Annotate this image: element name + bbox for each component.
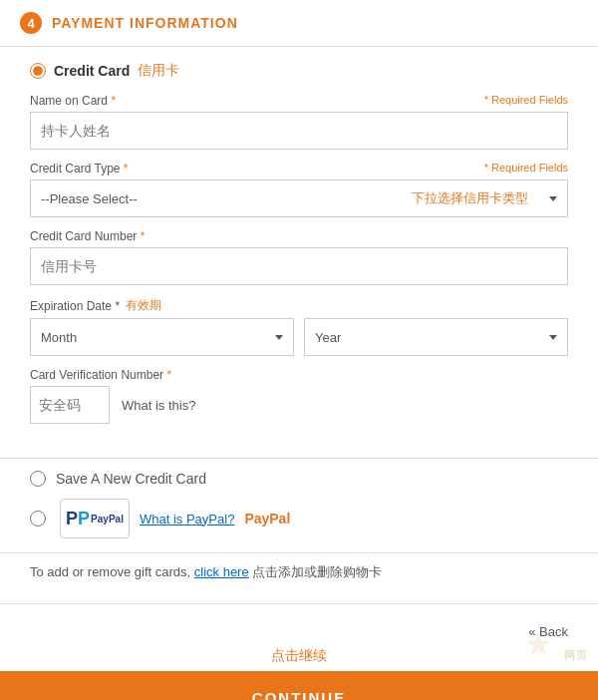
- credit-card-radio-row: Credit Card 信用卡: [30, 62, 568, 80]
- continue-button[interactable]: CONTINUE: [252, 689, 346, 701]
- section-header: 4 PAYMENT INFORMATION: [0, 0, 598, 47]
- card-number-input[interactable]: [30, 247, 568, 285]
- gift-card-text: To add or remove gift cards,: [30, 564, 190, 579]
- expiry-label: Expiration Date *: [30, 299, 120, 313]
- continue-hint: 点击继续: [271, 647, 327, 665]
- card-type-field-row: * Required Fields Credit Card Type * --P…: [30, 162, 568, 217]
- expiry-field-row: Expiration Date * 有效期 Month 01 02 03 04 …: [30, 297, 568, 356]
- paypal-logo: PP PayPal: [60, 499, 130, 538]
- month-select[interactable]: Month 01 02 03 04 05 06 07 08 09 10 11 1…: [30, 318, 294, 356]
- bottom-nav: « Back: [0, 616, 598, 643]
- continue-hint-row: 点击继续: [0, 643, 598, 665]
- step-number: 4: [20, 12, 42, 34]
- card-type-required-note: * Required Fields: [484, 162, 568, 174]
- month-wrap: Month 01 02 03 04 05 06 07 08 09 10 11 1…: [30, 318, 294, 356]
- gift-card-sub: 点击添加或删除购物卡: [252, 564, 382, 579]
- what-is-this-text: What is this?: [122, 398, 195, 413]
- year-select[interactable]: Year 2024 2025 2026 2027 2028 2029 2030: [304, 318, 568, 356]
- credit-card-radio[interactable]: [30, 63, 46, 79]
- cvv-label: Card Verification Number *: [30, 368, 568, 382]
- card-type-select[interactable]: --Please Select-- Visa MasterCard Americ…: [30, 179, 568, 217]
- page-container: 4 PAYMENT INFORMATION Credit Card 信用卡 * …: [0, 0, 598, 700]
- name-input[interactable]: [30, 112, 568, 150]
- expiry-label-row: Expiration Date * 有效期: [30, 297, 568, 314]
- continue-btn-row[interactable]: CONTINUE: [0, 671, 598, 700]
- name-required-note: * Required Fields: [484, 94, 568, 106]
- divider-2: [0, 603, 598, 604]
- save-card-radio[interactable]: [30, 471, 46, 487]
- form-area: Credit Card 信用卡 * Required Fields Name o…: [0, 47, 598, 446]
- save-card-label: Save A New Credit Card: [56, 471, 206, 487]
- cvv-field-row: Card Verification Number * What is this?: [30, 368, 568, 424]
- expiry-selects: Month 01 02 03 04 05 06 07 08 09 10 11 1…: [30, 318, 568, 356]
- year-wrap: Year 2024 2025 2026 2027 2028 2029 2030: [304, 318, 568, 356]
- credit-card-sub: 信用卡: [138, 62, 179, 80]
- what-is-paypal-link[interactable]: What is PayPal?: [140, 512, 234, 526]
- back-link[interactable]: « Back: [528, 624, 568, 639]
- card-number-field-row: Credit Card Number *: [30, 229, 568, 285]
- gift-card-link[interactable]: click here: [194, 564, 249, 579]
- paypal-row: PP PayPal What is PayPal? PayPal: [0, 499, 598, 538]
- cvv-row: What is this?: [30, 386, 568, 424]
- paypal-label: PayPal: [244, 511, 290, 526]
- credit-card-label: Credit Card: [54, 63, 130, 79]
- paypal-radio[interactable]: [30, 511, 46, 526]
- cvv-input[interactable]: [39, 397, 99, 413]
- expiry-sub: 有效期: [126, 297, 161, 314]
- section-title: PAYMENT INFORMATION: [52, 15, 238, 31]
- save-card-row: Save A New Credit Card: [0, 471, 598, 487]
- name-field-row: * Required Fields Name on Card *: [30, 94, 568, 150]
- divider-1: [0, 458, 598, 459]
- gift-card-row: To add or remove gift cards, click here …: [0, 552, 598, 591]
- cvv-input-wrap: [30, 386, 110, 424]
- card-number-label: Credit Card Number *: [30, 229, 568, 243]
